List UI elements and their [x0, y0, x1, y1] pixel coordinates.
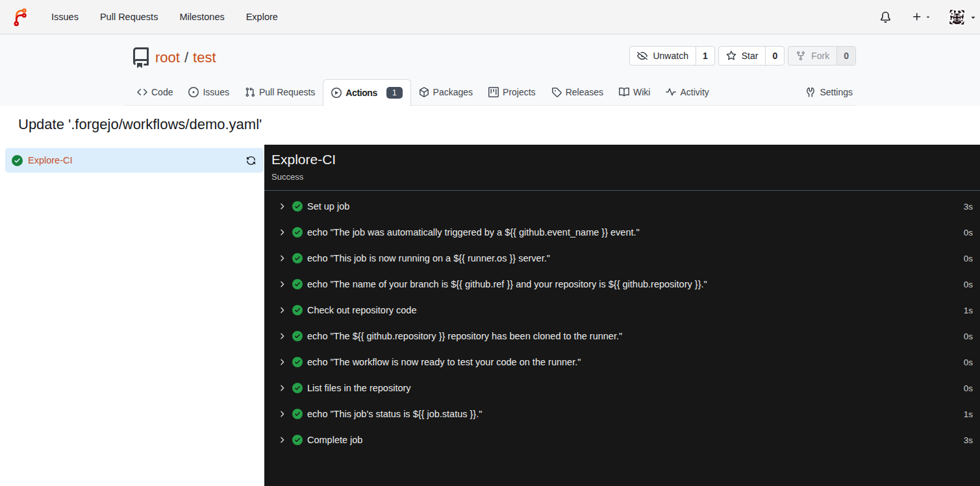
tab-issues[interactable]: Issues: [181, 79, 236, 105]
chevron-right-icon[interactable]: [277, 409, 286, 419]
repo-separator: /: [184, 49, 188, 66]
book-icon: [619, 87, 629, 97]
eye-closed-icon: [637, 51, 647, 61]
repo-header-section: root/test Unwatch 1 Star 0 Fork 0 Code I…: [0, 34, 980, 106]
button-label: Star: [742, 51, 759, 61]
tab-pull-requests[interactable]: Pull Requests: [237, 79, 323, 105]
button-label-group: Star: [719, 47, 766, 65]
step-row[interactable]: echo "The workflow is now ready to test …: [264, 349, 980, 375]
tab-label: Settings: [820, 87, 853, 97]
button-label: Unwatch: [653, 51, 688, 61]
code-icon: [137, 87, 147, 97]
create-new-button[interactable]: [912, 12, 931, 22]
project-icon: [488, 87, 499, 97]
step-row[interactable]: echo "The name of your branch is ${{ git…: [264, 271, 980, 297]
navbar-right: [880, 9, 977, 25]
step-row[interactable]: Set up job 3s: [264, 193, 980, 219]
step-row[interactable]: List files in the repository 0s: [264, 375, 980, 401]
job-panel-status: Success: [271, 172, 972, 182]
button-counter[interactable]: 0: [836, 47, 855, 65]
caret-down-icon: [969, 13, 977, 21]
chevron-right-icon[interactable]: [277, 254, 286, 263]
issue-opened-icon: [188, 87, 199, 97]
repo-tabs: Code Issues Pull Requests Actions 1 Pack…: [124, 79, 856, 106]
step-success-icon: [292, 227, 303, 237]
tab-label: Wiki: [633, 87, 650, 97]
run-title: Update '.forgejo/workflows/demo.yaml': [18, 117, 962, 132]
tab-label: Code: [151, 87, 173, 97]
steps-list: Set up job 3s echo "The job was automati…: [264, 191, 980, 459]
rerun-sync-icon[interactable]: [246, 156, 256, 165]
tab-label: Actions: [346, 88, 377, 98]
step-duration: 0s: [964, 280, 973, 289]
package-icon: [419, 87, 429, 97]
tab-activity[interactable]: Activity: [658, 79, 716, 105]
step-duration: 1s: [964, 409, 973, 419]
step-duration: 0s: [964, 358, 973, 367]
step-duration: 3s: [964, 435, 973, 445]
notifications-bell-icon[interactable]: [880, 12, 891, 23]
step-success-icon: [292, 201, 303, 212]
step-duration: 3s: [964, 202, 973, 212]
step-row[interactable]: echo "This job is now running on a ${{ r…: [264, 245, 980, 271]
repo-name-link[interactable]: test: [193, 49, 216, 66]
navbar-link-pull-requests[interactable]: Pull Requests: [100, 12, 158, 22]
step-name: echo "This job's status is ${{ job.statu…: [307, 409, 482, 419]
button-label-group: Unwatch: [630, 47, 695, 65]
chevron-right-icon[interactable]: [277, 202, 286, 211]
step-name: echo "The name of your branch is ${{ git…: [307, 279, 707, 289]
step-row[interactable]: echo "The job was automatically triggere…: [264, 219, 980, 245]
tab-label: Packages: [433, 87, 473, 97]
step-success-icon: [292, 383, 303, 393]
job-item[interactable]: Explore-CI: [5, 148, 264, 173]
forgejo-logo-icon[interactable]: [12, 7, 30, 27]
actions-run-view: Update '.forgejo/workflows/demo.yaml' Ex…: [0, 106, 980, 486]
navbar-link-issues[interactable]: Issues: [51, 12, 79, 22]
step-duration: 0s: [964, 332, 973, 341]
step-row[interactable]: Complete job 3s: [264, 427, 980, 453]
step-row[interactable]: Check out repository code 1s: [264, 297, 980, 323]
step-duration: 0s: [964, 254, 973, 263]
chevron-right-icon[interactable]: [277, 332, 286, 341]
chevron-right-icon[interactable]: [277, 280, 286, 289]
button-counter[interactable]: 0: [765, 47, 784, 65]
navbar-link-milestones[interactable]: Milestones: [179, 12, 224, 22]
tab-label: Projects: [503, 87, 536, 97]
job-log-panel: Explore-CI Success Set up job 3s echo "T…: [264, 145, 980, 486]
repo-owner-link[interactable]: root: [155, 49, 180, 66]
step-success-icon: [292, 305, 303, 315]
chevron-right-icon[interactable]: [277, 306, 286, 315]
step-name: echo "The job was automatically triggere…: [307, 227, 640, 237]
step-success-icon: [292, 331, 303, 341]
fork-button[interactable]: Fork 0: [788, 46, 856, 66]
star-button[interactable]: Star 0: [718, 46, 785, 66]
chevron-right-icon[interactable]: [277, 228, 286, 237]
step-duration: 0s: [964, 383, 973, 393]
tab-settings[interactable]: Settings: [798, 79, 856, 105]
chevron-right-icon[interactable]: [277, 358, 286, 367]
tab-wiki[interactable]: Wiki: [611, 79, 658, 105]
step-success-icon: [292, 409, 303, 419]
chevron-right-icon[interactable]: [277, 435, 286, 444]
actions-count-badge: 1: [386, 87, 403, 99]
step-row[interactable]: echo "This job's status is ${{ job.statu…: [264, 401, 980, 427]
step-success-icon: [292, 357, 303, 367]
button-counter[interactable]: 1: [696, 47, 714, 65]
pulse-icon: [666, 87, 676, 97]
tab-releases[interactable]: Releases: [544, 79, 611, 105]
navbar-link-explore[interactable]: Explore: [246, 12, 278, 22]
user-avatar: [949, 9, 965, 25]
chevron-right-icon[interactable]: [277, 383, 286, 393]
tab-packages[interactable]: Packages: [411, 79, 481, 105]
unwatch-button[interactable]: Unwatch 1: [629, 46, 714, 66]
tag-icon: [551, 87, 562, 97]
button-label: Fork: [811, 51, 829, 61]
tab-projects[interactable]: Projects: [481, 79, 544, 105]
user-menu-button[interactable]: [949, 9, 977, 25]
job-panel-header: Explore-CI Success: [264, 145, 980, 191]
tab-code[interactable]: Code: [129, 79, 181, 105]
job-name: Explore-CI: [28, 155, 73, 165]
step-success-icon: [292, 279, 303, 289]
step-row[interactable]: echo "The ${{ github.repository }} repos…: [264, 323, 980, 349]
tab-actions[interactable]: Actions 1: [323, 79, 410, 106]
